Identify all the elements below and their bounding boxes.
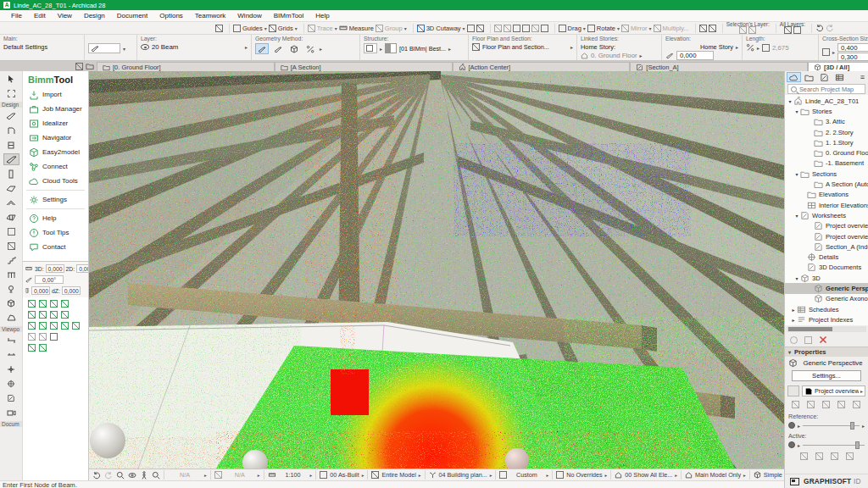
elevation-input[interactable]: 0,000: [676, 51, 714, 60]
trace-fill-icon[interactable]: [815, 452, 823, 460]
quick-beam-icon[interactable]: [28, 322, 36, 330]
bimmtool-idealizer[interactable]: Idealizer: [23, 116, 88, 130]
quick-stair-icon[interactable]: [39, 322, 47, 330]
marquee-tool[interactable]: [3, 87, 19, 99]
menu-document[interactable]: Document: [111, 12, 153, 19]
reference-slider[interactable]: [803, 425, 860, 426]
group-button[interactable]: Group▾: [376, 25, 407, 32]
curtain-wall-tool[interactable]: [3, 240, 19, 252]
zoom-undo-icon[interactable]: [92, 471, 101, 480]
infobar-main-tool[interactable]: ▾: [85, 35, 137, 60]
arrow-tool[interactable]: [3, 73, 19, 85]
grids-button[interactable]: Grids▾: [269, 25, 298, 32]
tree-item-3d[interactable]: ▾3D: [785, 273, 868, 283]
menu-help[interactable]: Help: [309, 12, 335, 19]
tree-item-project-indexes[interactable]: ▸Project Indexes: [785, 314, 868, 324]
tree-item-project[interactable]: ▾Linde_AC_28_T01: [785, 96, 868, 106]
trace-rebuild-icon[interactable]: [853, 401, 860, 408]
zoom-icon[interactable]: [116, 471, 125, 480]
coord-3d-input[interactable]: 0,000: [46, 264, 64, 273]
trace-split-view-icon[interactable]: [831, 452, 838, 460]
navigator-tab-layout-book[interactable]: [817, 72, 832, 82]
undo-icon[interactable]: [815, 24, 824, 32]
viewpoint-settings-icon[interactable]: [804, 336, 812, 344]
trace-rotate-icon[interactable]: [822, 401, 830, 408]
stair-tool[interactable]: [3, 254, 19, 266]
tree-item-basement[interactable]: -1. Basement: [785, 158, 868, 169]
tab-a-section[interactable]: [A Section]: [275, 62, 453, 71]
bimmtool-connect[interactable]: Connect: [23, 159, 88, 174]
zoom-redo-icon[interactable]: [104, 471, 113, 480]
new-viewpoint-icon[interactable]: [790, 336, 798, 344]
tree-item-details[interactable]: Details: [785, 252, 868, 262]
tree-horizontal-scrollbar[interactable]: [787, 326, 866, 332]
renovation-filter-dropdown[interactable]: 00 Show All Ele...▸: [610, 470, 681, 480]
viewport-3d[interactable]: [89, 71, 784, 469]
tree-item-interior-elevations[interactable]: Interior Elevations: [785, 200, 868, 210]
tree-item-stories[interactable]: ▾Stories: [785, 106, 868, 116]
multiply-button[interactable]: Multiply...: [654, 25, 689, 32]
morph-tool[interactable]: [3, 312, 19, 324]
scale-dropdown[interactable]: 1:100▸: [264, 470, 316, 480]
mesh-tool[interactable]: [3, 211, 19, 223]
marker-icon[interactable]: [476, 25, 484, 32]
infobar-floorplan[interactable]: Floor Plan and Section: Floor Plan and S…: [469, 35, 577, 60]
tree-item-schedules[interactable]: ▸Schedules: [785, 304, 868, 314]
adjust-icon[interactable]: [504, 25, 511, 32]
reference-color-knob[interactable]: [788, 422, 795, 429]
quick-copy-icon[interactable]: [50, 300, 58, 308]
all-layers-show-icon[interactable]: [784, 26, 792, 34]
quick-snap-icon[interactable]: [61, 311, 69, 319]
drag-button[interactable]: Drag▾: [559, 25, 586, 32]
trace-reference-dropdown[interactable]: Project overview top (I... ▸: [802, 385, 865, 396]
model-filter-dropdown[interactable]: Entire Model▸: [367, 470, 424, 480]
pen-set-dropdown[interactable]: 00 As-Built▸: [315, 470, 367, 480]
coord-dz-input[interactable]: 0,000: [62, 286, 81, 295]
project-map-search[interactable]: [787, 84, 865, 94]
tree-item-section-a-independent[interactable]: Section_A (Independe: [785, 241, 868, 252]
navigator-tab-view-map[interactable]: [802, 72, 816, 82]
coord-2d-input[interactable]: 0,000: [76, 264, 89, 273]
menu-view[interactable]: View: [52, 12, 78, 19]
trace-overlay-icon[interactable]: [846, 452, 854, 460]
infobar-elevation[interactable]: Elevation: Home Story▸ 0,000: [662, 35, 743, 60]
mirror-button[interactable]: Mirror▾: [621, 25, 652, 32]
tree-item-overview-side[interactable]: Project overview side: [785, 221, 868, 231]
tab-3d-all[interactable]: [3D / All]: [808, 62, 868, 71]
tree-item-elevations[interactable]: Elevations: [785, 190, 868, 200]
geometry-polyline-button[interactable]: [303, 43, 317, 54]
bimmtool-tool-tips[interactable]: Tool Tips: [23, 225, 88, 240]
menu-options[interactable]: Options: [153, 12, 189, 19]
quick-truss-icon[interactable]: [61, 322, 69, 330]
rotate-button[interactable]: Rotate▾: [587, 25, 620, 32]
wall-tool[interactable]: [3, 110, 19, 122]
quick-options-icon[interactable]: [75, 63, 83, 70]
window-tool[interactable]: [3, 139, 19, 151]
quick-rotate-icon[interactable]: [50, 311, 58, 319]
quick-rect2-icon[interactable]: [39, 333, 47, 341]
tree-item-sections[interactable]: ▾Sections: [785, 169, 868, 179]
selection-layer-hide-icon[interactable]: [739, 26, 747, 34]
tree-item-generic-axonometry[interactable]: Generic Axonometry: [785, 294, 868, 304]
inject-parameters-icon[interactable]: [709, 25, 716, 32]
elevate-icon[interactable]: [541, 25, 548, 32]
quick-grid2-icon[interactable]: [28, 344, 36, 352]
coord-z-input[interactable]: 0,000: [31, 286, 50, 295]
geometry-inclined-button[interactable]: [271, 43, 285, 54]
navigator-menu-icon[interactable]: ≡: [860, 73, 866, 81]
bimmtool-cloud-tools[interactable]: Cloud Tools: [23, 174, 88, 188]
selection-layer-lock-icon[interactable]: [748, 26, 756, 34]
measure-button[interactable]: Measure: [339, 24, 374, 32]
surface-swatch[interactable]: [385, 43, 397, 53]
lamp-tool[interactable]: [3, 283, 19, 295]
navigator-tab-project-map[interactable]: [787, 72, 801, 82]
zone-tool[interactable]: [3, 225, 19, 237]
tab-action-center[interactable]: [Action Center]: [453, 62, 631, 71]
shading-mode-dropdown[interactable]: Simple Shading▸: [749, 470, 784, 480]
infobar-cross-section[interactable]: Cross-Section Size: ▸ 0,400 0,300 ⧉: [819, 35, 868, 60]
bimmtool-contact[interactable]: Contact: [23, 240, 88, 254]
tree-item-overview-top[interactable]: Project overview top (: [785, 231, 868, 241]
scissors-icon[interactable]: [494, 25, 502, 32]
quick-rect1-icon[interactable]: [28, 333, 36, 341]
properties-header[interactable]: ▾Properties: [785, 347, 868, 357]
